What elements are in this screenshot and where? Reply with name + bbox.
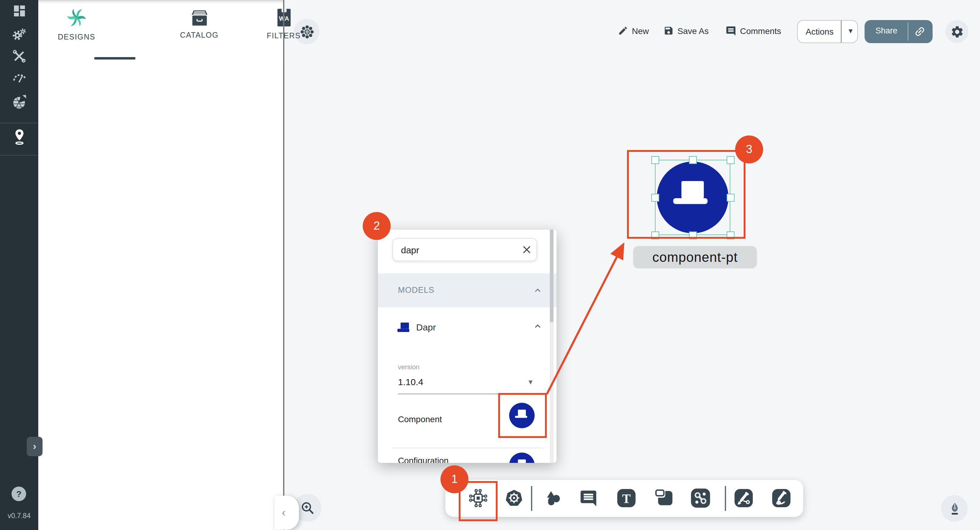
- configuration-result-row[interactable]: Configuration: [378, 452, 557, 463]
- kanvas-pin-icon[interactable]: [0, 127, 38, 146]
- comments-label: Comments: [740, 26, 781, 36]
- toolbar-divider: [725, 486, 726, 511]
- actions-divider: [841, 21, 842, 43]
- notes-tool[interactable]: [654, 488, 675, 508]
- freehand-draw-tool[interactable]: [771, 488, 792, 508]
- mesh-adapter-icon[interactable]: [0, 94, 38, 111]
- active-tab-underline: [94, 57, 135, 59]
- dapr-component-node[interactable]: [657, 162, 729, 233]
- new-label: New: [632, 26, 649, 35]
- shapes-tool[interactable]: [542, 488, 563, 508]
- panel-collapse-handle[interactable]: ‹: [275, 496, 299, 530]
- clear-icon[interactable]: [521, 244, 533, 256]
- catalog-archive-icon: [191, 10, 208, 26]
- canvas-toolbar: T: [445, 480, 803, 517]
- dapr-component-icon[interactable]: [509, 403, 535, 428]
- insert-component-tool[interactable]: [468, 488, 488, 508]
- resize-handle-s[interactable]: [689, 231, 697, 239]
- settings-button[interactable]: [945, 20, 969, 43]
- save-as-button[interactable]: Save As: [663, 25, 709, 36]
- sidebar-divider: [0, 123, 38, 123]
- performance-gauge-icon[interactable]: [0, 69, 38, 86]
- version-select-caret-icon[interactable]: ▾: [528, 377, 533, 386]
- copy-link-icon[interactable]: [914, 25, 926, 38]
- resize-handle-nw[interactable]: [651, 156, 659, 164]
- kanvas-app: › ? v0.7.84 DESIGNS: [0, 0, 980, 530]
- design-mode-button[interactable]: [941, 495, 968, 522]
- comment-tool[interactable]: [578, 488, 598, 508]
- save-as-label: Save As: [678, 26, 709, 35]
- comment-icon: [725, 25, 737, 37]
- tab-designs[interactable]: DESIGNS: [43, 7, 110, 41]
- model-name: Dapr: [416, 322, 436, 332]
- sidebar-divider: [0, 155, 38, 156]
- gear-icon: [950, 25, 964, 38]
- popup-search-box: [393, 238, 537, 261]
- share-label: Share: [865, 26, 908, 35]
- share-button[interactable]: Share: [865, 20, 932, 43]
- share-divider: [908, 22, 908, 41]
- link-edge-tool[interactable]: [690, 488, 711, 508]
- component-result-label: Component: [398, 414, 442, 424]
- comments-button[interactable]: Comments: [725, 25, 781, 37]
- toolkit-wrenches-icon[interactable]: [0, 48, 38, 64]
- zoom-in-icon: [299, 500, 315, 516]
- left-nav-sidebar: › ? v0.7.84: [0, 0, 38, 530]
- tab-catalog-label: CATALOG: [166, 31, 233, 40]
- popup-row-divider: [393, 448, 542, 448]
- toolbar-divider: [531, 486, 532, 511]
- text-tool[interactable]: T: [616, 488, 637, 508]
- resize-handle-w[interactable]: [651, 194, 659, 201]
- component-search-popup: MODELS Dapr version 1.10.4 ▾ Component: [378, 230, 557, 463]
- app-version: v0.7.84: [0, 512, 38, 519]
- pencil-icon: [618, 25, 628, 36]
- resize-handle-e[interactable]: [726, 194, 734, 201]
- version-select-value[interactable]: 1.10.4: [398, 377, 423, 387]
- actions-button[interactable]: Actions ▾: [797, 20, 858, 43]
- dapr-hat-icon: [397, 322, 411, 333]
- node-name-label[interactable]: component-pt: [633, 246, 757, 269]
- models-section-label: MODELS: [398, 285, 434, 294]
- resize-handle-sw[interactable]: [651, 231, 659, 239]
- lifecycle-gears-icon[interactable]: [0, 25, 38, 43]
- tab-designs-label: DESIGNS: [43, 33, 110, 41]
- panel-tabs: DESIGNS CATALOG WA FILTERS: [38, 0, 283, 67]
- models-section-header[interactable]: MODELS: [378, 273, 557, 307]
- resize-handle-n[interactable]: [689, 156, 697, 164]
- annotation-step-1: 1: [441, 465, 468, 493]
- panel-resize-divider[interactable]: [283, 0, 284, 530]
- chevron-up-icon[interactable]: [532, 321, 543, 332]
- version-select-underline: [398, 394, 546, 394]
- svg-text:T: T: [622, 492, 631, 506]
- actions-label: Actions: [798, 27, 842, 37]
- annotation-step-2: 2: [363, 212, 391, 240]
- actions-caret-icon[interactable]: ▾: [844, 26, 857, 35]
- model-row-dapr[interactable]: Dapr: [378, 316, 557, 342]
- configuration-result-label: Configuration: [398, 455, 449, 463]
- save-icon: [663, 25, 674, 36]
- resize-handle-ne[interactable]: [726, 156, 734, 164]
- popup-scrollbar-thumb[interactable]: [550, 230, 554, 322]
- dapr-configuration-icon[interactable]: [509, 452, 535, 463]
- version-label: version: [398, 363, 420, 371]
- help-button[interactable]: ?: [11, 487, 26, 501]
- sidebar-expand-button[interactable]: ›: [27, 437, 43, 456]
- pen-nib-icon: [947, 501, 962, 516]
- designs-panel: [38, 0, 283, 530]
- new-design-button[interactable]: New: [618, 25, 649, 36]
- dashboard-icon[interactable]: [0, 3, 38, 19]
- kubernetes-tool[interactable]: [504, 488, 524, 508]
- popup-search-input[interactable]: [401, 239, 516, 261]
- annotation-step-3: 3: [735, 135, 763, 163]
- pen-tool[interactable]: [733, 488, 754, 508]
- tab-catalog[interactable]: CATALOG: [166, 10, 233, 40]
- resize-handle-se[interactable]: [726, 231, 734, 239]
- chevron-up-icon[interactable]: [532, 285, 543, 296]
- meshery-logo-icon: [67, 7, 86, 28]
- component-result-row[interactable]: Component: [378, 398, 557, 448]
